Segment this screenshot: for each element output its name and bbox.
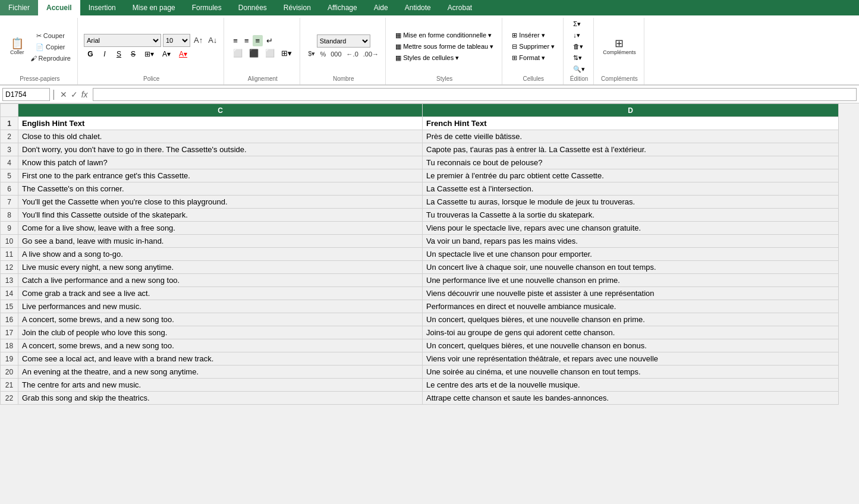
row-number[interactable]: 19 [1, 352, 18, 366]
align-top-button[interactable]: ≡ [230, 35, 241, 46]
font-size-select[interactable]: 10 11 12 [163, 34, 190, 47]
cell-d-18[interactable]: Un concert, quelques bières, et une nouv… [423, 339, 839, 352]
cell-c-5[interactable]: First one to the park entrance get's thi… [18, 169, 423, 182]
cell-c-20[interactable]: An evening at the theatre, and a new son… [18, 366, 423, 379]
cell-d-8[interactable]: Tu trouveras la Cassette à la sortie du … [423, 209, 839, 222]
cell-d-6[interactable]: La Cassette est à l'intersection. [423, 182, 839, 196]
tab-acrobat[interactable]: Acrobat [439, 0, 480, 15]
cell-c-2[interactable]: Close to this old chalet. [18, 130, 423, 143]
strikethrough-button[interactable]: S [127, 48, 140, 60]
cell-d-5[interactable]: Le premier à l'entrée du parc obtient ce… [423, 169, 839, 182]
cell-d-11[interactable]: Un spectacle live et une chanson pour em… [423, 248, 839, 261]
fill-color-button[interactable]: A▾ [159, 48, 174, 60]
cell-c-18[interactable]: A concert, some brews, and a new song to… [18, 339, 423, 352]
tab-donnees[interactable]: Données [230, 0, 275, 15]
merge-button[interactable]: ⊞▾ [278, 48, 295, 59]
currency-button[interactable]: $▾ [306, 49, 317, 59]
cell-d-19[interactable]: Viens voir une représentation théâtrale,… [423, 352, 839, 366]
row-number[interactable]: 10 [1, 235, 18, 248]
cell-c-1[interactable]: English Hint Text [18, 117, 423, 130]
align-center-button[interactable]: ⬛ [246, 48, 262, 59]
conditional-format-button[interactable]: ▦ Mise en forme conditionnelle ▾ [392, 30, 497, 40]
sort-filter-button[interactable]: ⇅▾ [569, 53, 589, 63]
complements-button[interactable]: ⊞ Compléments [600, 36, 639, 57]
cell-c-14[interactable]: Come grab a track and see a live act. [18, 287, 423, 300]
tab-affichage[interactable]: Affichage [319, 0, 366, 15]
cell-c-19[interactable]: Come see a local act, and leave with a b… [18, 352, 423, 366]
cell-d-4[interactable]: Tu reconnais ce bout de pelouse? [423, 156, 839, 169]
row-number[interactable]: 16 [1, 313, 18, 326]
cell-d-16[interactable]: Un concert, quelques bières, et une nouv… [423, 313, 839, 326]
tab-insertion[interactable]: Insertion [80, 0, 124, 15]
borders-button[interactable]: ⊞▾ [141, 48, 158, 60]
row-number[interactable]: 12 [1, 261, 18, 274]
tab-fichier[interactable]: Fichier [0, 0, 38, 15]
cell-d-1[interactable]: French Hint Text [423, 117, 839, 130]
column-d-header[interactable]: D [423, 104, 839, 117]
row-number[interactable]: 11 [1, 248, 18, 261]
insert-function-icon[interactable]: fx [81, 90, 88, 99]
align-left-button[interactable]: ⬜ [230, 48, 246, 59]
increase-font-button[interactable]: A↑ [192, 34, 204, 46]
cell-d-9[interactable]: Viens pour le spectacle live, repars ave… [423, 222, 839, 235]
copy-button[interactable]: 📄 Copier [29, 42, 73, 52]
cell-d-15[interactable]: Performances en direct et nouvelle ambia… [423, 300, 839, 313]
underline-button[interactable]: S [112, 48, 125, 60]
decrease-font-button[interactable]: A↓ [206, 34, 219, 46]
font-color-button[interactable]: A▾ [175, 48, 191, 60]
row-number[interactable]: 20 [1, 366, 18, 379]
cell-c-17[interactable]: Join the club of people who love this so… [18, 326, 423, 339]
fill-button[interactable]: ↓▾ [569, 30, 589, 40]
decimal-increase-button[interactable]: ←.0 [345, 49, 360, 59]
cell-c-12[interactable]: Live music every night, a new song anyti… [18, 261, 423, 274]
tab-aide[interactable]: Aide [366, 0, 397, 15]
bold-button[interactable]: G [84, 48, 97, 60]
align-bottom-button[interactable]: ≡ [253, 35, 263, 46]
formula-input[interactable] [93, 88, 857, 101]
row-number[interactable]: 9 [1, 222, 18, 235]
cancel-formula-icon[interactable]: ✕ [60, 90, 67, 99]
row-number[interactable]: 18 [1, 339, 18, 352]
row-number[interactable]: 7 [1, 196, 18, 209]
sum-button[interactable]: Σ▾ [569, 19, 589, 29]
row-number[interactable]: 14 [1, 287, 18, 300]
tab-accueil[interactable]: Accueil [38, 0, 80, 15]
format-painter-button[interactable]: 🖌 Reproduire [29, 53, 73, 63]
cell-d-17[interactable]: Joins-toi au groupe de gens qui adorent … [423, 326, 839, 339]
cut-button[interactable]: ✂ Couper [29, 31, 73, 41]
thousands-button[interactable]: 000 [329, 49, 343, 59]
cell-d-7[interactable]: La Cassette tu auras, lorsque le module … [423, 196, 839, 209]
spreadsheet-scroll[interactable]: C D 1English Hint TextFrench Hint Text2C… [0, 103, 859, 504]
percent-button[interactable]: % [318, 49, 328, 59]
cell-d-14[interactable]: Viens découvrir une nouvelle piste et as… [423, 287, 839, 300]
insert-button[interactable]: ⊞ Insérer ▾ [508, 30, 558, 40]
row-number[interactable]: 17 [1, 326, 18, 339]
tab-revision[interactable]: Révision [275, 0, 319, 15]
confirm-formula-icon[interactable]: ✓ [71, 90, 78, 99]
cell-c-7[interactable]: You'll get the Cassette when you're clos… [18, 196, 423, 209]
row-number[interactable]: 15 [1, 300, 18, 313]
coller-button[interactable]: 📋 Coller [7, 36, 27, 57]
cell-c-3[interactable]: Don't worry, you don't have to go in the… [18, 143, 423, 156]
tab-formules[interactable]: Formules [184, 0, 230, 15]
cell-d-13[interactable]: Une performance live et une nouvelle cha… [423, 274, 839, 287]
cell-styles-button[interactable]: ▦ Styles de cellules ▾ [392, 53, 497, 63]
cell-d-22[interactable]: Attrape cette chanson et saute les bande… [423, 392, 839, 405]
cell-reference-input[interactable]: D1754 [2, 88, 50, 101]
cell-c-16[interactable]: A concert, some brews, and a new song to… [18, 313, 423, 326]
row-number[interactable]: 3 [1, 143, 18, 156]
row-number[interactable]: 4 [1, 156, 18, 169]
align-right-button[interactable]: ⬜ [262, 48, 278, 59]
row-number[interactable]: 8 [1, 209, 18, 222]
row-number[interactable]: 6 [1, 182, 18, 196]
cell-d-3[interactable]: Capote pas, t'auras pas à entrer là. La … [423, 143, 839, 156]
row-number[interactable]: 21 [1, 379, 18, 392]
cell-c-22[interactable]: Grab this song and skip the theatrics. [18, 392, 423, 405]
cell-c-9[interactable]: Come for a live show, leave with a free … [18, 222, 423, 235]
wrap-text-button[interactable]: ↵ [263, 35, 276, 46]
number-format-select[interactable]: Standard Nombre Monétaire [317, 34, 370, 48]
cell-c-10[interactable]: Go see a band, leave with music in-hand. [18, 235, 423, 248]
italic-button[interactable]: I [98, 48, 111, 60]
cell-d-2[interactable]: Près de cette vieille bâtisse. [423, 130, 839, 143]
clear-button[interactable]: 🗑▾ [569, 42, 589, 52]
